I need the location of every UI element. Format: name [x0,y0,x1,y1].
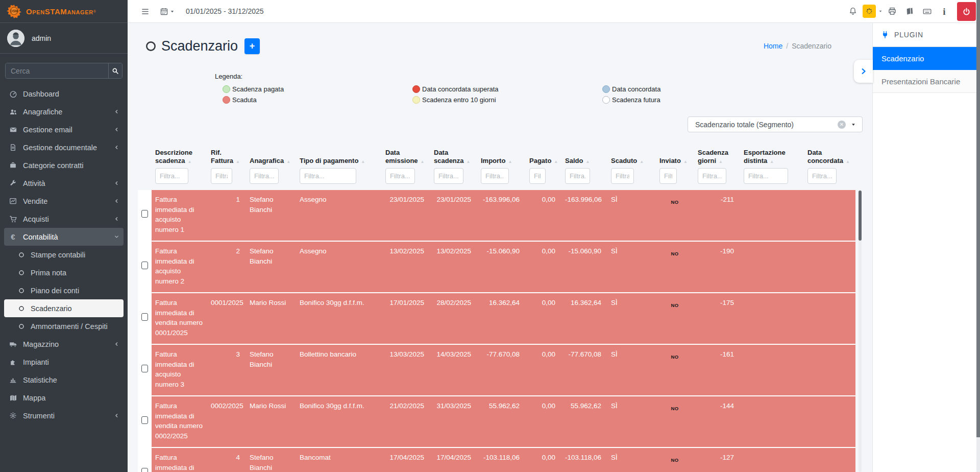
filter-input-rif-fattura[interactable] [211,168,232,184]
sidebar-item-statistiche[interactable]: Statistiche [4,371,124,389]
column-header-saldo[interactable]: Saldo▲ [561,149,607,166]
sidebar-subitem-label: Scadenzario [31,304,72,313]
sort-icon: ▲ [361,159,365,164]
sidebar-item-contabilit[interactable]: €Contabilità [4,228,124,246]
user-panel[interactable]: admin [0,23,128,53]
brand[interactable]: OSM OpenSTAManager ® [0,0,128,23]
info-button[interactable]: i [936,7,953,16]
sidebar-subitem-piano-dei-conti[interactable]: Piano dei conti [4,281,124,299]
filter-input-pagato[interactable] [529,168,546,184]
search-input[interactable] [6,63,108,78]
sidebar-item-label: Statistiche [23,376,57,384]
column-label: Pagato [529,157,551,164]
background-tasks-button[interactable] [863,5,883,18]
sort-icon: ▲ [554,159,558,164]
print-button[interactable] [884,7,901,16]
breadcrumb-home-link[interactable]: Home [764,42,782,50]
row-checkbox[interactable] [141,416,148,424]
column-header-descrizione-scadenza[interactable]: Descrizione scadenza▲ [152,149,207,166]
column-label: Data concordata [807,149,843,164]
sort-icon: ▲ [719,159,723,164]
sidebar-item-vendite[interactable]: Vendite [4,192,124,210]
filter-input-data-scadenza[interactable] [434,168,463,184]
search-button[interactable] [108,63,122,78]
row-checkbox[interactable] [141,262,148,269]
column-header-pagato[interactable]: Pagato▲ [526,149,561,166]
cell-descrizione: Fattura immediata di acquisto numero 3 [152,344,207,395]
column-header-data-emissione[interactable]: Data emissione▲ [382,149,430,166]
panel-collapse-button[interactable] [854,60,873,83]
filter-input-anagrafica[interactable] [250,168,279,184]
record-circle-icon [145,41,156,52]
column-header-esportazione-distinta[interactable]: Esportazione distinta▲ [740,149,804,166]
sidebar-subitem-ammortamenti-cespiti[interactable]: Ammortamenti / Cespiti [4,317,124,335]
segment-select[interactable]: Scadenzario totale (Segmento) ✕ [688,116,863,132]
clear-icon[interactable]: ✕ [838,121,846,129]
osm-logo-icon: OSM [6,4,22,19]
filter-input-descrizione-scadenza[interactable] [155,168,188,184]
cell-scaduto: SÌ [607,395,656,447]
cell-descrizione: Fattura immediata di acquisto numero 1 [152,190,207,241]
euro-icon: € [8,233,18,241]
filter-input-importo[interactable] [481,168,509,184]
column-header-tipo-di-pagamento[interactable]: Tipo di pagamento▲ [296,149,382,166]
table-scrollbar[interactable] [859,190,862,472]
sidebar-item-attivit[interactable]: Attività [4,174,124,192]
notifications-button[interactable] [844,7,862,16]
sidebar-item-gestione-email[interactable]: Gestione email [4,121,124,138]
column-header-anagrafica[interactable]: Anagrafica▲ [246,149,296,166]
date-range[interactable]: 01/01/2025 - 31/12/2025 [186,7,264,15]
manual-button[interactable] [901,7,918,16]
sidebar-subitem-stampe-contabili[interactable]: Stampe contabili [4,246,124,264]
sidebar-item-gestione-documentale[interactable]: Gestione documentale [4,138,124,156]
briefcase-icon [8,161,18,169]
logout-button[interactable] [957,2,976,21]
page-scrollbar[interactable] [976,0,980,472]
cog-icon [8,412,18,419]
column-label: Scaduto [611,157,637,164]
filter-input-scaduto[interactable] [611,168,634,184]
filter-input-data-emissione[interactable] [385,168,415,184]
row-checkbox[interactable] [141,313,148,321]
calendar-filter-button[interactable] [160,7,175,16]
sidebar-item-categorie-contratti[interactable]: Categorie contratti [4,156,124,174]
filter-input-inviato[interactable] [659,168,677,184]
shortcuts-button[interactable] [918,7,936,16]
sidebar-item-mappa[interactable]: Mappa [4,389,124,407]
column-header-data-concordata[interactable]: Data concordata▲ [804,149,855,166]
filter-input-esportazione-distinta[interactable] [744,168,788,184]
sidebar-item-anagrafiche[interactable]: Anagrafiche [4,103,124,121]
table-row[interactable]: Fattura immediata di acquisto numero 44S… [138,447,855,472]
filter-input-tipo-di-pagamento[interactable] [300,168,356,184]
filter-input-scadenza-giorni[interactable] [698,168,726,184]
sidebar-toggle-button[interactable] [141,8,150,15]
plugin-item-scadenzario[interactable]: Scadenzario [873,47,976,70]
column-header-scaduto[interactable]: Scaduto▲ [607,149,656,166]
row-checkbox[interactable] [141,365,148,372]
column-header-data-scadenza[interactable]: Data scadenza▲ [430,149,477,166]
sidebar-item-acquisti[interactable]: Acquisti [4,210,124,228]
table-row[interactable]: Fattura immediata di vendita numero 0002… [138,395,855,447]
add-button[interactable]: + [244,38,260,54]
filter-input-data-concordata[interactable] [807,168,837,184]
plugin-item-presentazioni-bancarie[interactable]: Presentazioni Bancarie [873,70,976,93]
sidebar-subitem-prima-nota[interactable]: Prima nota [4,264,124,281]
sidebar-item-label: Acquisti [23,215,49,223]
column-header-scadenza-giorni[interactable]: Scadenza giorni▲ [694,149,740,166]
column-header-inviato[interactable]: Inviato▲ [656,149,694,166]
column-header-rif-fattura[interactable]: Rif. Fattura▲ [207,149,246,166]
sidebar-item-magazzino[interactable]: Magazzino [4,335,124,353]
sidebar-item-label: Mappa [23,394,45,402]
table-row[interactable]: Fattura immediata di vendita numero 0001… [138,292,855,344]
filter-input-saldo[interactable] [565,168,590,184]
sidebar-item-strumenti[interactable]: Strumenti [4,407,124,424]
row-checkbox[interactable] [141,468,148,472]
table-row[interactable]: Fattura immediata di acquisto numero 11S… [138,190,855,241]
sidebar-subitem-scadenzario[interactable]: Scadenzario [4,299,124,317]
column-header-importo[interactable]: Importo▲ [477,149,526,166]
sidebar-item-dashboard[interactable]: Dashboard [4,85,124,103]
table-row[interactable]: Fattura immediata di acquisto numero 33S… [138,344,855,395]
sidebar-item-impianti[interactable]: Impianti [4,353,124,371]
table-row[interactable]: Fattura immediata di acquisto numero 22S… [138,241,855,292]
row-checkbox[interactable] [141,210,148,218]
